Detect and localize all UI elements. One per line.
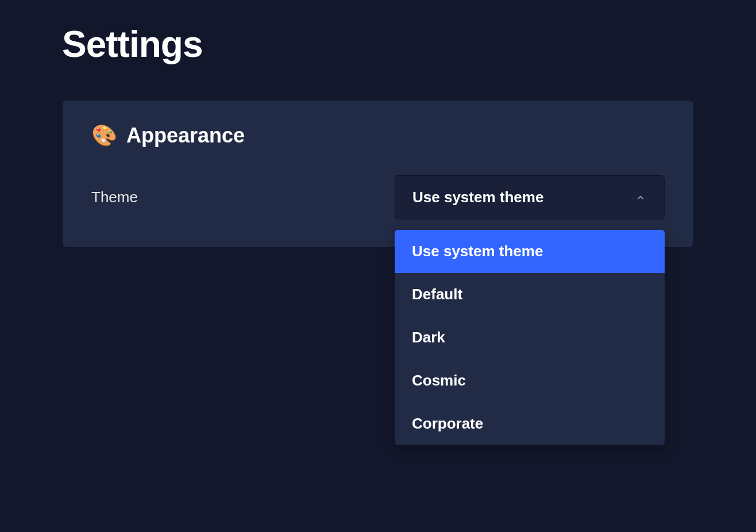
theme-option-corporate[interactable]: Corporate <box>395 402 665 445</box>
theme-select[interactable]: Use system theme <box>395 175 665 219</box>
theme-label: Theme <box>91 188 138 206</box>
card-title: Appearance <box>126 124 245 148</box>
theme-option-dark[interactable]: Dark <box>395 316 665 359</box>
page-title: Settings <box>62 23 694 65</box>
palette-icon: 🎨 <box>91 125 117 146</box>
theme-dropdown: Use system theme Default Dark Cosmic Cor… <box>395 230 665 445</box>
theme-option-use-system-theme[interactable]: Use system theme <box>395 230 665 273</box>
theme-option-cosmic[interactable]: Cosmic <box>395 359 665 402</box>
chevron-up-icon <box>634 191 647 204</box>
appearance-card: 🎨 Appearance Theme Use system theme Use … <box>62 100 694 248</box>
theme-option-default[interactable]: Default <box>395 273 665 316</box>
theme-setting-row: Theme Use system theme Use system theme … <box>91 175 665 219</box>
theme-select-wrapper: Use system theme Use system theme Defaul… <box>395 175 665 219</box>
theme-selected-value: Use system theme <box>412 188 543 206</box>
card-header: 🎨 Appearance <box>91 124 665 148</box>
